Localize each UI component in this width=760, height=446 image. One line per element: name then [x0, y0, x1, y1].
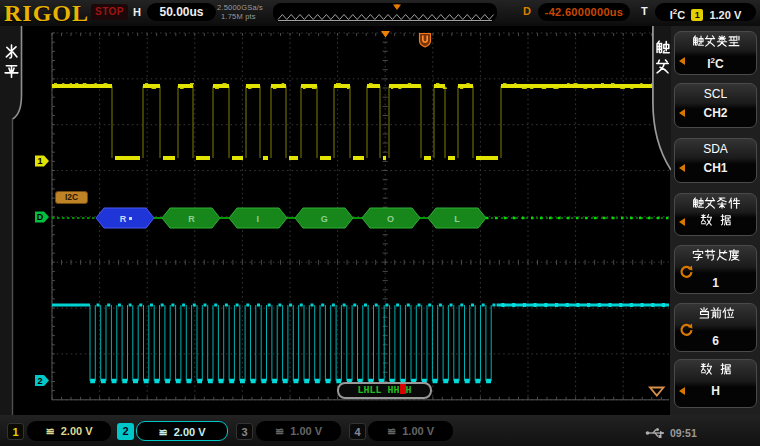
svg-text:1: 1	[37, 156, 42, 166]
svg-text:L: L	[454, 214, 460, 224]
svg-text:R: R	[120, 214, 127, 224]
svg-text:O: O	[387, 214, 394, 224]
svg-text:D: D	[37, 212, 44, 222]
svg-text:2: 2	[37, 376, 42, 386]
svg-text:G: G	[321, 214, 328, 224]
svg-text:R: R	[188, 214, 195, 224]
svg-text:I: I	[257, 214, 260, 224]
